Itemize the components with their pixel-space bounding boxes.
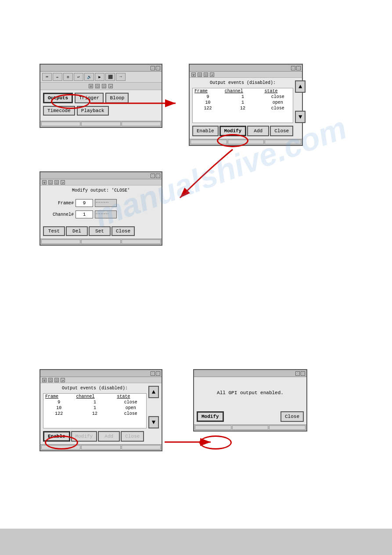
modify-dialog: □ □ ▽ □ □ ↗ Modify output: 'CLOSE' Frame… — [40, 171, 162, 246]
events-table-area[interactable]: Frame channel state 9 1 close — [192, 88, 293, 123]
modify-dialog-body: Modify output: 'CLOSE' Frame# Channel# T… — [40, 185, 162, 239]
table-row[interactable]: 122 12 close — [193, 105, 293, 111]
modify-button-3[interactable]: Modify — [197, 411, 224, 422]
arrow-2 — [154, 145, 241, 202]
frame-browse-btn[interactable] — [95, 199, 117, 207]
titlebar-btn-1[interactable]: □ — [151, 66, 155, 70]
b-cell-channel-1: 1 — [75, 399, 115, 405]
del-button[interactable]: Del — [66, 226, 88, 236]
modify-button-1[interactable]: Modify — [219, 126, 247, 136]
cell-state-3: close — [263, 105, 293, 111]
close-button-1[interactable]: Close — [270, 126, 293, 136]
gpi-enabled-dialog: □ □ All GPI output enabled. Modify Close — [193, 369, 307, 432]
b-cell-frame-2: 10 — [43, 405, 75, 411]
sub-icon-1: ▽ — [89, 84, 93, 88]
icon-sound[interactable]: 🔊 — [84, 73, 94, 81]
cell-state-1: close — [263, 94, 293, 100]
icon-pencil[interactable]: ✏ — [53, 73, 62, 81]
titlebar-btn-9[interactable]: □ — [295, 371, 300, 376]
titlebar-3: □ □ — [40, 172, 162, 179]
gpi-btn-row: Modify Close — [197, 411, 304, 422]
sub-icon-4: ↗ — [108, 84, 113, 88]
col-state: state — [263, 88, 293, 94]
close-button-4[interactable]: Close — [281, 411, 304, 422]
menu-icon-9: ▽ — [42, 378, 47, 382]
titlebar-btn-10[interactable]: □ — [301, 371, 305, 376]
cell-channel-2: 1 — [223, 100, 263, 105]
dialog-body-1: Outputs Trigger Bloop Timecode Playback — [40, 90, 162, 121]
bloop-button[interactable]: Bloop — [105, 93, 129, 103]
icon-rewind[interactable]: ↩ — [74, 73, 83, 81]
enable-button-2[interactable]: Enable — [43, 431, 70, 442]
close-button-2[interactable]: Close — [111, 226, 135, 236]
icon-keyboard[interactable]: ⌨ — [42, 73, 52, 81]
events-title: Output events (disabled): — [192, 80, 293, 85]
enable-button-1[interactable]: Enable — [192, 126, 219, 136]
gpi-title: All GPI output enabled. — [197, 390, 304, 395]
modify-title: Modify output: 'CLOSE' — [43, 188, 159, 193]
b-cell-state-3: close — [115, 411, 146, 417]
titlebar-4: □ □ — [40, 370, 162, 377]
bottom-bar — [0, 529, 392, 555]
cell-frame-3: 122 — [193, 105, 223, 111]
titlebar-btn-7[interactable]: □ — [151, 371, 155, 376]
icon-play[interactable]: ▶ — [95, 73, 104, 81]
icon-stop[interactable]: ⬛ — [105, 73, 115, 81]
menu-icon-5: ▽ — [42, 180, 47, 185]
events-table: Frame channel state 9 1 close — [193, 88, 293, 111]
bottom-events-table-area[interactable]: Frame channel state 9 1 close — [43, 393, 147, 428]
scroll-down-1[interactable]: ▼ — [295, 111, 306, 123]
scroll-down-2[interactable]: ▼ — [148, 416, 159, 428]
scroll-up-1[interactable]: ▲ — [295, 80, 306, 93]
add-button-1[interactable]: Add — [247, 126, 269, 136]
bottom-left-dialog: □ □ ▽ □ □ ↗ Output events (disabled): — [40, 369, 162, 451]
trigger-button[interactable]: Trigger — [75, 93, 104, 103]
titlebar-1: □ □ — [40, 65, 162, 72]
frame-input[interactable] — [76, 199, 93, 207]
add-button-2[interactable]: Add — [98, 431, 120, 442]
table-row[interactable]: 9 1 close — [193, 94, 293, 100]
channel-input[interactable] — [76, 210, 93, 218]
bottom-left-body: Output events (disabled): Frame channel … — [40, 383, 162, 444]
table-row[interactable]: 10 1 open — [43, 405, 146, 411]
menubar-1: ▽ □ □ ↗ — [190, 72, 302, 78]
toolbar-1: ⌨ ✏ ⊙ ↩ 🔊 ▶ ⬛ → — [40, 72, 162, 83]
titlebar-btn-2[interactable]: □ — [156, 66, 160, 70]
set-button[interactable]: Set — [89, 226, 111, 236]
titlebar-btn-4[interactable]: □ — [296, 66, 301, 70]
close-button-3[interactable]: Close — [121, 431, 144, 442]
table-row[interactable]: 10 1 open — [193, 100, 293, 105]
col-channel: channel — [223, 88, 263, 94]
menu-icon-10: □ — [48, 378, 53, 382]
menu-icon-4: ↗ — [210, 73, 214, 77]
scroll-up-2[interactable]: ▲ — [148, 386, 159, 398]
cell-frame-2: 10 — [193, 100, 223, 105]
table-row[interactable]: 122 12 close — [43, 411, 146, 417]
menu-icon-12: ↗ — [61, 378, 65, 382]
table-row[interactable]: 9 1 close — [43, 399, 146, 405]
titlebar-btn-5[interactable]: □ — [151, 174, 155, 178]
titlebar-btn-6[interactable]: □ — [156, 174, 160, 178]
menu-icon-8: ↗ — [61, 180, 65, 185]
icon-arrow[interactable]: → — [116, 73, 126, 81]
menu-icon-3: □ — [204, 73, 208, 77]
gpi-dialog-body: All GPI output enabled. Modify Close — [194, 377, 306, 424]
test-button[interactable]: Test — [43, 226, 65, 236]
b-cell-channel-3: 12 — [75, 411, 115, 417]
cell-frame-1: 9 — [193, 94, 223, 100]
modify-btn-row: Test Del Set Close — [43, 226, 159, 236]
playback-button[interactable]: Playback — [77, 106, 109, 116]
arrow-3 — [162, 434, 215, 450]
titlebar-btn-3[interactable]: □ — [291, 66, 295, 70]
timecode-button[interactable]: Timecode — [43, 106, 75, 116]
menu-icon-6: □ — [48, 180, 53, 185]
cell-state-2: open — [263, 100, 293, 105]
modify-button-2[interactable]: Modify — [71, 431, 97, 442]
col-frame: Frame — [193, 88, 223, 94]
titlebar-btn-8[interactable]: □ — [156, 371, 160, 376]
cell-channel-1: 1 — [223, 94, 263, 100]
channel-browse-btn[interactable] — [95, 210, 117, 218]
right-events-dialog: □ □ ▽ □ □ ↗ Output events (disabled): — [189, 64, 303, 146]
outputs-button[interactable]: Outputs — [43, 93, 73, 103]
icon-circle[interactable]: ⊙ — [63, 73, 73, 81]
